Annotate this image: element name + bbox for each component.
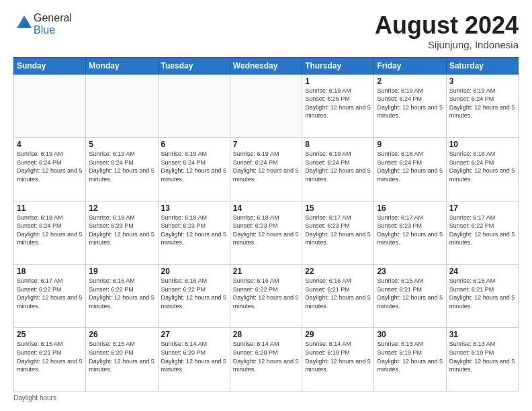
calendar-day-cell: 1Sunrise: 6:19 AMSunset: 6:25 PMDaylight… <box>302 74 374 137</box>
title-block: August 2024 Sijunjung, Indonesia <box>375 12 519 50</box>
calendar-day-cell: 27Sunrise: 6:14 AMSunset: 6:20 PMDayligh… <box>158 328 230 392</box>
logo-icon <box>15 13 34 32</box>
calendar-day-cell <box>86 74 158 137</box>
day-number: 2 <box>377 77 443 86</box>
day-number: 1 <box>305 77 371 86</box>
day-number: 28 <box>233 330 299 339</box>
calendar-day-cell: 15Sunrise: 6:17 AMSunset: 6:23 PMDayligh… <box>302 201 374 264</box>
day-info: Sunrise: 6:18 AMSunset: 6:23 PMDaylight:… <box>89 214 154 247</box>
header: General Blue August 2024 Sijunjung, Indo… <box>13 12 519 50</box>
day-info: Sunrise: 6:14 AMSunset: 6:20 PMDaylight:… <box>161 340 227 373</box>
calendar-day-cell: 11Sunrise: 6:18 AMSunset: 6:24 PMDayligh… <box>14 201 86 264</box>
day-number: 30 <box>377 330 443 339</box>
day-number: 20 <box>161 267 227 276</box>
calendar-day-cell: 6Sunrise: 6:19 AMSunset: 6:24 PMDaylight… <box>158 138 230 201</box>
calendar-week-row: 1Sunrise: 6:19 AMSunset: 6:25 PMDaylight… <box>14 74 519 137</box>
day-info: Sunrise: 6:16 AMSunset: 6:22 PMDaylight:… <box>233 277 299 310</box>
day-info: Sunrise: 6:19 AMSunset: 6:24 PMDaylight:… <box>161 150 227 183</box>
day-number: 19 <box>89 267 154 276</box>
calendar-day-cell: 24Sunrise: 6:15 AMSunset: 6:21 PMDayligh… <box>446 265 518 328</box>
calendar-day-cell: 19Sunrise: 6:16 AMSunset: 6:22 PMDayligh… <box>86 265 158 328</box>
footer-note: Daylight hours <box>13 394 519 402</box>
day-info: Sunrise: 6:18 AMSunset: 6:24 PMDaylight:… <box>377 150 443 183</box>
day-number: 6 <box>161 140 227 149</box>
day-info: Sunrise: 6:13 AMSunset: 6:19 PMDaylight:… <box>449 340 515 373</box>
logo-text: General Blue <box>34 12 72 36</box>
calendar-day-cell: 5Sunrise: 6:19 AMSunset: 6:24 PMDaylight… <box>86 138 158 201</box>
day-info: Sunrise: 6:19 AMSunset: 6:24 PMDaylight:… <box>89 150 154 183</box>
day-number: 31 <box>449 330 515 339</box>
calendar-day-cell <box>230 74 302 137</box>
day-info: Sunrise: 6:13 AMSunset: 6:19 PMDaylight:… <box>377 340 443 373</box>
day-number: 21 <box>233 267 299 276</box>
calendar-header-row: SundayMondayTuesdayWednesdayThursdayFrid… <box>14 57 519 74</box>
day-number: 23 <box>377 267 443 276</box>
day-number: 16 <box>377 203 443 213</box>
calendar-week-row: 11Sunrise: 6:18 AMSunset: 6:24 PMDayligh… <box>14 201 519 264</box>
day-info: Sunrise: 6:15 AMSunset: 6:21 PMDaylight:… <box>449 277 515 310</box>
calendar-day-header: Tuesday <box>158 57 230 74</box>
calendar-week-row: 4Sunrise: 6:19 AMSunset: 6:24 PMDaylight… <box>14 138 519 201</box>
day-number: 25 <box>17 330 83 339</box>
calendar-day-header: Thursday <box>302 57 374 74</box>
month-title: August 2024 <box>375 12 519 39</box>
calendar-day-cell: 8Sunrise: 6:19 AMSunset: 6:24 PMDaylight… <box>302 138 374 201</box>
day-number: 12 <box>89 203 154 213</box>
calendar-day-cell: 20Sunrise: 6:16 AMSunset: 6:22 PMDayligh… <box>158 265 230 328</box>
day-info: Sunrise: 6:14 AMSunset: 6:20 PMDaylight:… <box>233 340 299 373</box>
calendar-day-cell: 18Sunrise: 6:17 AMSunset: 6:22 PMDayligh… <box>14 265 86 328</box>
day-number: 9 <box>377 140 443 149</box>
calendar-day-cell: 28Sunrise: 6:14 AMSunset: 6:20 PMDayligh… <box>230 328 302 392</box>
calendar-table: SundayMondayTuesdayWednesdayThursdayFrid… <box>13 57 519 392</box>
day-info: Sunrise: 6:16 AMSunset: 6:21 PMDaylight:… <box>305 277 371 310</box>
logo: General Blue <box>13 12 72 36</box>
calendar-day-cell: 13Sunrise: 6:18 AMSunset: 6:23 PMDayligh… <box>158 201 230 264</box>
day-number: 8 <box>305 140 371 149</box>
page: General Blue August 2024 Sijunjung, Indo… <box>0 0 532 411</box>
calendar-day-header: Saturday <box>446 57 518 74</box>
calendar-day-cell: 9Sunrise: 6:18 AMSunset: 6:24 PMDaylight… <box>374 138 446 201</box>
calendar-day-header: Friday <box>374 57 446 74</box>
logo-blue: Blue <box>34 24 55 36</box>
day-info: Sunrise: 6:19 AMSunset: 6:24 PMDaylight:… <box>377 87 443 120</box>
day-number: 17 <box>449 203 515 213</box>
calendar-day-cell: 10Sunrise: 6:18 AMSunset: 6:24 PMDayligh… <box>446 138 518 201</box>
calendar-day-cell: 25Sunrise: 6:15 AMSunset: 6:21 PMDayligh… <box>14 328 86 392</box>
calendar-day-header: Wednesday <box>230 57 302 74</box>
day-number: 11 <box>17 203 83 213</box>
day-number: 14 <box>233 203 299 213</box>
day-info: Sunrise: 6:18 AMSunset: 6:23 PMDaylight:… <box>233 214 299 247</box>
day-info: Sunrise: 6:15 AMSunset: 6:21 PMDaylight:… <box>17 340 83 373</box>
day-info: Sunrise: 6:16 AMSunset: 6:22 PMDaylight:… <box>89 277 154 310</box>
calendar-day-cell: 30Sunrise: 6:13 AMSunset: 6:19 PMDayligh… <box>374 328 446 392</box>
day-info: Sunrise: 6:18 AMSunset: 6:24 PMDaylight:… <box>449 150 515 183</box>
calendar-day-cell: 3Sunrise: 6:19 AMSunset: 6:24 PMDaylight… <box>446 74 518 137</box>
calendar-day-cell <box>158 74 230 137</box>
calendar-day-cell: 7Sunrise: 6:19 AMSunset: 6:24 PMDaylight… <box>230 138 302 201</box>
day-info: Sunrise: 6:19 AMSunset: 6:24 PMDaylight:… <box>233 150 299 183</box>
day-info: Sunrise: 6:19 AMSunset: 6:24 PMDaylight:… <box>305 150 371 183</box>
day-info: Sunrise: 6:15 AMSunset: 6:21 PMDaylight:… <box>377 277 443 310</box>
day-number: 24 <box>449 267 515 276</box>
day-number: 7 <box>233 140 299 149</box>
day-info: Sunrise: 6:19 AMSunset: 6:25 PMDaylight:… <box>305 87 371 120</box>
day-info: Sunrise: 6:14 AMSunset: 6:19 PMDaylight:… <box>305 340 371 373</box>
calendar-day-cell <box>14 74 86 137</box>
day-number: 3 <box>449 77 515 86</box>
location-subtitle: Sijunjung, Indonesia <box>375 39 519 50</box>
day-info: Sunrise: 6:19 AMSunset: 6:24 PMDaylight:… <box>449 87 515 120</box>
day-info: Sunrise: 6:17 AMSunset: 6:23 PMDaylight:… <box>377 214 443 247</box>
day-info: Sunrise: 6:18 AMSunset: 6:24 PMDaylight:… <box>17 214 83 247</box>
day-number: 29 <box>305 330 371 339</box>
day-number: 18 <box>17 267 83 276</box>
logo-general: General <box>34 12 72 24</box>
calendar-day-cell: 29Sunrise: 6:14 AMSunset: 6:19 PMDayligh… <box>302 328 374 392</box>
day-number: 27 <box>161 330 227 339</box>
day-number: 10 <box>449 140 515 149</box>
calendar-day-cell: 26Sunrise: 6:15 AMSunset: 6:20 PMDayligh… <box>86 328 158 392</box>
day-info: Sunrise: 6:17 AMSunset: 6:22 PMDaylight:… <box>17 277 83 310</box>
day-number: 5 <box>89 140 154 149</box>
calendar-day-cell: 2Sunrise: 6:19 AMSunset: 6:24 PMDaylight… <box>374 74 446 137</box>
day-info: Sunrise: 6:17 AMSunset: 6:23 PMDaylight:… <box>305 214 371 247</box>
calendar-day-cell: 21Sunrise: 6:16 AMSunset: 6:22 PMDayligh… <box>230 265 302 328</box>
